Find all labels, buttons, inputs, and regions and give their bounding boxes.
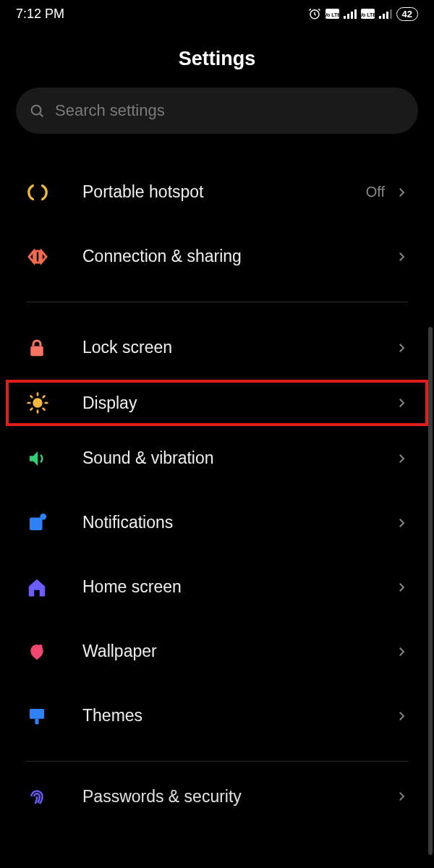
status-icons: Vo LTE Vo LTE 42	[308, 7, 418, 21]
row-label: Wallpaper	[82, 642, 395, 661]
svg-rect-4	[347, 14, 349, 19]
row-label: Home screen	[82, 577, 395, 597]
svg-rect-11	[386, 12, 388, 19]
home-icon	[26, 576, 82, 598]
svg-rect-9	[379, 16, 381, 19]
row-sound-vibration[interactable]: Sound & vibration	[0, 426, 434, 490]
scroll-indicator	[428, 327, 433, 855]
section-divider	[26, 761, 408, 762]
row-connection-sharing[interactable]: Connection & sharing	[0, 224, 434, 289]
search-input[interactable]	[55, 101, 405, 120]
svg-rect-3	[344, 16, 346, 19]
chevron-right-icon	[395, 186, 408, 199]
row-label: Notifications	[82, 513, 395, 532]
themes-icon	[26, 705, 82, 727]
svg-point-13	[32, 106, 41, 115]
connection-icon	[26, 245, 82, 268]
lock-icon	[26, 337, 82, 359]
battery-icon: 42	[396, 7, 418, 21]
row-lock-screen[interactable]: Lock screen	[0, 315, 434, 380]
svg-point-17	[40, 513, 46, 519]
chevron-right-icon	[395, 516, 408, 529]
volte-icon-2: Vo LTE	[361, 9, 375, 19]
row-themes[interactable]: Themes	[0, 684, 434, 748]
chevron-right-icon	[395, 341, 408, 354]
row-home-screen[interactable]: Home screen	[0, 555, 434, 619]
section-divider	[26, 302, 408, 302]
chevron-right-icon	[395, 790, 408, 803]
status-time: 7:12 PM	[16, 7, 64, 22]
notifications-icon	[26, 512, 82, 534]
search-icon	[29, 103, 45, 119]
settings-list: Portable hotspot Off Connection & sharin…	[0, 160, 434, 818]
row-display[interactable]: Display	[6, 380, 428, 426]
wallpaper-icon	[26, 641, 82, 663]
row-label: Portable hotspot	[82, 182, 366, 202]
chevron-right-icon	[395, 710, 408, 723]
chevron-right-icon	[395, 581, 408, 594]
row-notifications[interactable]: Notifications	[0, 490, 434, 555]
row-passwords-security[interactable]: Passwords & security	[0, 775, 434, 818]
row-wallpaper[interactable]: Wallpaper	[0, 619, 434, 684]
hotspot-icon	[26, 181, 82, 204]
fingerprint-icon	[26, 786, 82, 807]
page-title: Settings	[0, 48, 434, 70]
row-value: Off	[366, 184, 385, 200]
signal-icon-1	[344, 9, 357, 19]
alarm-icon	[308, 7, 321, 20]
svg-rect-20	[35, 718, 39, 724]
svg-rect-19	[30, 709, 44, 719]
chevron-right-icon	[395, 250, 408, 263]
row-label: Passwords & security	[82, 787, 395, 807]
row-label: Sound & vibration	[82, 448, 395, 468]
row-portable-hotspot[interactable]: Portable hotspot Off	[0, 160, 434, 224]
svg-text:Vo LTE: Vo LTE	[361, 12, 375, 17]
status-bar: 7:12 PM Vo LTE Vo LTE 42	[0, 0, 434, 27]
svg-rect-10	[383, 14, 385, 19]
row-label: Lock screen	[82, 338, 395, 357]
svg-rect-16	[30, 517, 43, 530]
chevron-right-icon	[395, 452, 408, 465]
search-bar[interactable]	[16, 88, 418, 134]
svg-rect-5	[351, 12, 353, 19]
svg-rect-12	[390, 9, 392, 19]
display-icon	[26, 391, 82, 414]
signal-icon-2	[379, 9, 392, 19]
row-label: Themes	[82, 706, 395, 726]
svg-point-18	[39, 644, 43, 648]
svg-rect-6	[354, 9, 357, 19]
row-label: Connection & sharing	[82, 247, 395, 266]
svg-text:Vo LTE: Vo LTE	[326, 12, 339, 17]
sound-icon	[26, 448, 82, 469]
chevron-right-icon	[395, 396, 408, 409]
svg-point-15	[33, 398, 42, 407]
volte-icon-1: Vo LTE	[326, 9, 339, 19]
svg-rect-14	[30, 346, 43, 356]
row-label: Display	[82, 393, 395, 413]
chevron-right-icon	[395, 645, 408, 658]
